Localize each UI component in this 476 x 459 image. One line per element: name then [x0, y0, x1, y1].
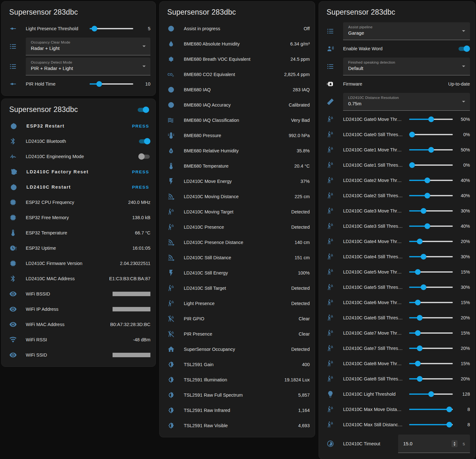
- water-drop-icon: [167, 40, 175, 48]
- toggle-enable-wake-word[interactable]: [458, 45, 470, 52]
- row-value: Detected: [288, 225, 310, 230]
- stepper-icon[interactable]: ▲▼: [452, 440, 458, 447]
- slider-ld2410c-max-still-distanc[interactable]: [409, 421, 453, 428]
- slider-thumb[interactable]: [421, 208, 426, 214]
- slider-thumb[interactable]: [415, 269, 421, 275]
- slider-thumb[interactable]: [446, 422, 452, 428]
- row-ld2410c-gate3-move-thr: LD2410C Gate3 Move Thr…30%: [324, 203, 470, 219]
- press-button[interactable]: PRESS: [131, 185, 150, 190]
- slider-thumb[interactable]: [417, 376, 423, 382]
- slider-thumb[interactable]: [415, 300, 421, 305]
- motion-sensor-icon: [327, 344, 334, 352]
- select-finished-speaking-detection[interactable]: Finished speaking detectionDefault: [343, 58, 470, 75]
- row-bme680-iaq-accuracy: BME680 IAQ AccuracyCalibrated: [165, 97, 310, 113]
- slider-thumb[interactable]: [424, 223, 430, 229]
- slider-value: 30%: [453, 285, 470, 290]
- row-label: Enable Wake Word: [343, 46, 458, 51]
- select-occupancy-clear-mode[interactable]: Occupancy Clear ModeRadar + Light: [26, 38, 150, 55]
- slider-ld2410c-gate6-still-thres[interactable]: [409, 315, 453, 321]
- slider-thumb[interactable]: [415, 361, 421, 366]
- row-value: 37%: [297, 179, 310, 184]
- slider-ld2410c-gate0-move-thr[interactable]: [409, 116, 453, 122]
- select-assist-pipeline[interactable]: Assist pipelineGarage: [343, 22, 470, 40]
- row-label: LD2410C Presence: [184, 225, 288, 230]
- slider-ld2410c-gate6-move-thr[interactable]: [409, 299, 453, 306]
- press-button[interactable]: PRESS: [131, 124, 150, 129]
- slider-light-presence-threshold[interactable]: [90, 25, 133, 32]
- row-ld2410c-firmware-version: 32LD2410C Firmware Version2.04.23022511: [7, 256, 150, 271]
- row-ld2410c-move-energy: LD2410C Move Energy37%: [165, 174, 310, 189]
- slider-thumb[interactable]: [446, 407, 452, 412]
- slider-pir-hold-time[interactable]: [90, 81, 133, 87]
- firmware-chip-icon: [327, 80, 334, 88]
- slider-thumb[interactable]: [421, 254, 426, 260]
- slider-ld2410c-gate0-still-thres[interactable]: [409, 131, 453, 138]
- row-label: BME680 CO2 Equivalent: [184, 72, 281, 77]
- row-label: LD2410C Restart: [26, 184, 131, 190]
- select-value: 0.75m: [348, 101, 459, 106]
- molecule-icon: [167, 55, 175, 63]
- select-occupancy-detect-mode[interactable]: Occupancy Detect ModePIR + Radar + Light: [26, 58, 150, 75]
- slider-thumb[interactable]: [409, 132, 415, 137]
- device-enabled-toggle[interactable]: [137, 106, 149, 113]
- slider-ld2410c-gate1-still-thres[interactable]: [409, 162, 453, 168]
- select-ld2410c-distance-resolution[interactable]: LD2410C Distance Resolution0.75m: [343, 93, 470, 111]
- clock-alert-icon: [9, 244, 17, 252]
- slider-ld2410c-gate5-move-thr[interactable]: [409, 269, 453, 275]
- row-label: ESP32 Uptime: [26, 246, 129, 251]
- slider-thumb[interactable]: [421, 284, 426, 290]
- press-button[interactable]: PRESS: [131, 170, 150, 174]
- row-pir-gpio: PIR GPIOClear: [165, 311, 310, 326]
- motion-sensor-icon: [327, 146, 334, 154]
- slider-thumb[interactable]: [96, 81, 102, 87]
- cpu-chip-icon: 32: [9, 198, 17, 206]
- svg-text:32: 32: [12, 262, 14, 265]
- slider-ld2410c-gate8-move-thr[interactable]: [409, 360, 453, 367]
- redacted-value: [113, 292, 150, 296]
- slider-thumb[interactable]: [415, 330, 421, 336]
- slider-thumb[interactable]: [417, 315, 423, 321]
- row-label: LD2410C Light Threshold: [343, 392, 405, 397]
- slider-ld2410c-gate1-move-thr[interactable]: [409, 147, 453, 153]
- row-esp32-restart: ESP32 RestartPRESS: [7, 118, 150, 134]
- row-value: 225 cm: [291, 194, 310, 199]
- slider-thumb[interactable]: [428, 391, 434, 397]
- slider-thumb[interactable]: [428, 147, 434, 153]
- slider-ld2410c-gate2-still-thres[interactable]: [409, 192, 453, 199]
- slider-thumb[interactable]: [409, 162, 415, 168]
- slider-thumb[interactable]: [424, 177, 430, 183]
- row-label: LD2410C Factory Reset: [26, 169, 131, 174]
- slider-thumb[interactable]: [417, 345, 423, 351]
- row-ld2410c-gate8-still-thres: LD2410C Gate8 Still Thres…20%: [324, 371, 470, 386]
- slider-ld2410c-gate4-still-thres[interactable]: [409, 254, 453, 260]
- slider-ld2410c-gate5-still-thres[interactable]: [409, 284, 453, 290]
- slider-thumb[interactable]: [424, 193, 430, 198]
- row-ld2410c-distance-resolution: LD2410C Distance Resolution0.75m: [324, 92, 470, 112]
- slider-ld2410c-gate8-still-thres[interactable]: [409, 376, 453, 382]
- slider-ld2410c-max-move-dista[interactable]: [409, 406, 453, 413]
- slider-thumb[interactable]: [92, 26, 97, 31]
- row-label: WiFi SSID: [26, 352, 113, 358]
- motion-sensor-icon: [327, 238, 334, 245]
- slider-ld2410c-gate3-still-thres[interactable]: [409, 223, 453, 229]
- slider-value: 0%: [453, 132, 470, 137]
- slider-ld2410c-gate4-move-thr[interactable]: [409, 238, 453, 245]
- row-value: Up-to-date: [445, 81, 470, 87]
- slider-ld2410c-gate2-move-thr[interactable]: [409, 177, 453, 184]
- power-icon: [10, 122, 17, 130]
- toggle-ld2410c-engineering-mode[interactable]: [138, 153, 150, 160]
- slider-ld2410c-gate3-move-thr[interactable]: [409, 208, 453, 214]
- slider-ld2410c-light-threshold[interactable]: [409, 391, 453, 397]
- row-value: Detected: [288, 347, 310, 352]
- slider-thumb[interactable]: [417, 239, 423, 244]
- card-sensors: Supersensor 283dbc Assist in progressOff…: [159, 1, 315, 437]
- slider-thumb[interactable]: [428, 116, 434, 122]
- toggle-ld2410c-bluetooth[interactable]: [138, 138, 150, 145]
- row-value: Calibrated: [286, 102, 310, 108]
- slider-ld2410c-gate7-move-thr[interactable]: [409, 330, 453, 336]
- number-input-ld2410c-timeout[interactable]: 15.0▲▼s: [398, 435, 470, 453]
- slider-ld2410c-gate7-still-thres[interactable]: [409, 345, 453, 351]
- number-value[interactable]: 15.0: [403, 441, 452, 446]
- row-label: Light Presence Threshold: [26, 26, 86, 31]
- air-filter-icon: [167, 116, 175, 124]
